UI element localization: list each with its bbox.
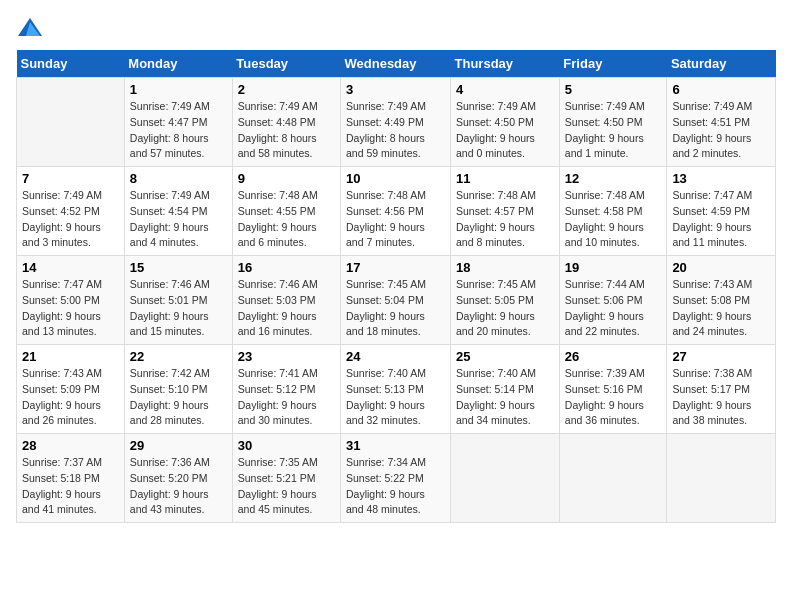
logo — [16, 16, 48, 40]
day-cell: 16Sunrise: 7:46 AMSunset: 5:03 PMDayligh… — [232, 256, 340, 345]
day-cell: 29Sunrise: 7:36 AMSunset: 5:20 PMDayligh… — [124, 434, 232, 523]
day-info: Sunrise: 7:49 AMSunset: 4:50 PMDaylight:… — [565, 99, 662, 162]
day-info: Sunrise: 7:49 AMSunset: 4:50 PMDaylight:… — [456, 99, 554, 162]
day-cell: 13Sunrise: 7:47 AMSunset: 4:59 PMDayligh… — [667, 167, 776, 256]
day-number: 7 — [22, 171, 119, 186]
day-number: 11 — [456, 171, 554, 186]
col-header-monday: Monday — [124, 50, 232, 78]
day-info: Sunrise: 7:46 AMSunset: 5:01 PMDaylight:… — [130, 277, 227, 340]
day-number: 31 — [346, 438, 445, 453]
week-row-3: 14Sunrise: 7:47 AMSunset: 5:00 PMDayligh… — [17, 256, 776, 345]
day-info: Sunrise: 7:48 AMSunset: 4:56 PMDaylight:… — [346, 188, 445, 251]
day-info: Sunrise: 7:43 AMSunset: 5:08 PMDaylight:… — [672, 277, 770, 340]
day-info: Sunrise: 7:46 AMSunset: 5:03 PMDaylight:… — [238, 277, 335, 340]
day-info: Sunrise: 7:34 AMSunset: 5:22 PMDaylight:… — [346, 455, 445, 518]
day-number: 12 — [565, 171, 662, 186]
day-cell — [559, 434, 667, 523]
col-header-tuesday: Tuesday — [232, 50, 340, 78]
day-info: Sunrise: 7:48 AMSunset: 4:58 PMDaylight:… — [565, 188, 662, 251]
day-cell: 17Sunrise: 7:45 AMSunset: 5:04 PMDayligh… — [341, 256, 451, 345]
day-number: 13 — [672, 171, 770, 186]
day-info: Sunrise: 7:41 AMSunset: 5:12 PMDaylight:… — [238, 366, 335, 429]
day-info: Sunrise: 7:44 AMSunset: 5:06 PMDaylight:… — [565, 277, 662, 340]
day-cell: 23Sunrise: 7:41 AMSunset: 5:12 PMDayligh… — [232, 345, 340, 434]
day-info: Sunrise: 7:36 AMSunset: 5:20 PMDaylight:… — [130, 455, 227, 518]
day-info: Sunrise: 7:47 AMSunset: 5:00 PMDaylight:… — [22, 277, 119, 340]
day-number: 19 — [565, 260, 662, 275]
day-cell: 28Sunrise: 7:37 AMSunset: 5:18 PMDayligh… — [17, 434, 125, 523]
day-info: Sunrise: 7:49 AMSunset: 4:49 PMDaylight:… — [346, 99, 445, 162]
day-cell: 8Sunrise: 7:49 AMSunset: 4:54 PMDaylight… — [124, 167, 232, 256]
day-number: 9 — [238, 171, 335, 186]
day-cell: 18Sunrise: 7:45 AMSunset: 5:05 PMDayligh… — [451, 256, 560, 345]
day-cell: 10Sunrise: 7:48 AMSunset: 4:56 PMDayligh… — [341, 167, 451, 256]
week-row-4: 21Sunrise: 7:43 AMSunset: 5:09 PMDayligh… — [17, 345, 776, 434]
day-number: 29 — [130, 438, 227, 453]
day-cell: 20Sunrise: 7:43 AMSunset: 5:08 PMDayligh… — [667, 256, 776, 345]
day-number: 4 — [456, 82, 554, 97]
col-header-thursday: Thursday — [451, 50, 560, 78]
day-cell: 9Sunrise: 7:48 AMSunset: 4:55 PMDaylight… — [232, 167, 340, 256]
col-header-friday: Friday — [559, 50, 667, 78]
day-cell — [17, 78, 125, 167]
day-info: Sunrise: 7:48 AMSunset: 4:55 PMDaylight:… — [238, 188, 335, 251]
day-number: 15 — [130, 260, 227, 275]
day-cell: 27Sunrise: 7:38 AMSunset: 5:17 PMDayligh… — [667, 345, 776, 434]
day-info: Sunrise: 7:45 AMSunset: 5:04 PMDaylight:… — [346, 277, 445, 340]
day-cell: 4Sunrise: 7:49 AMSunset: 4:50 PMDaylight… — [451, 78, 560, 167]
day-info: Sunrise: 7:35 AMSunset: 5:21 PMDaylight:… — [238, 455, 335, 518]
col-header-sunday: Sunday — [17, 50, 125, 78]
day-info: Sunrise: 7:45 AMSunset: 5:05 PMDaylight:… — [456, 277, 554, 340]
day-cell: 22Sunrise: 7:42 AMSunset: 5:10 PMDayligh… — [124, 345, 232, 434]
day-number: 24 — [346, 349, 445, 364]
day-info: Sunrise: 7:49 AMSunset: 4:47 PMDaylight:… — [130, 99, 227, 162]
day-cell: 31Sunrise: 7:34 AMSunset: 5:22 PMDayligh… — [341, 434, 451, 523]
day-info: Sunrise: 7:38 AMSunset: 5:17 PMDaylight:… — [672, 366, 770, 429]
week-row-1: 1Sunrise: 7:49 AMSunset: 4:47 PMDaylight… — [17, 78, 776, 167]
day-cell: 25Sunrise: 7:40 AMSunset: 5:14 PMDayligh… — [451, 345, 560, 434]
day-cell: 19Sunrise: 7:44 AMSunset: 5:06 PMDayligh… — [559, 256, 667, 345]
day-info: Sunrise: 7:40 AMSunset: 5:13 PMDaylight:… — [346, 366, 445, 429]
day-info: Sunrise: 7:37 AMSunset: 5:18 PMDaylight:… — [22, 455, 119, 518]
day-cell: 30Sunrise: 7:35 AMSunset: 5:21 PMDayligh… — [232, 434, 340, 523]
day-cell: 5Sunrise: 7:49 AMSunset: 4:50 PMDaylight… — [559, 78, 667, 167]
day-number: 1 — [130, 82, 227, 97]
day-cell: 7Sunrise: 7:49 AMSunset: 4:52 PMDaylight… — [17, 167, 125, 256]
col-header-wednesday: Wednesday — [341, 50, 451, 78]
col-header-saturday: Saturday — [667, 50, 776, 78]
day-number: 20 — [672, 260, 770, 275]
day-number: 30 — [238, 438, 335, 453]
logo-icon — [16, 16, 44, 40]
day-info: Sunrise: 7:47 AMSunset: 4:59 PMDaylight:… — [672, 188, 770, 251]
day-number: 17 — [346, 260, 445, 275]
day-number: 26 — [565, 349, 662, 364]
day-cell: 6Sunrise: 7:49 AMSunset: 4:51 PMDaylight… — [667, 78, 776, 167]
day-number: 25 — [456, 349, 554, 364]
day-cell: 11Sunrise: 7:48 AMSunset: 4:57 PMDayligh… — [451, 167, 560, 256]
day-cell: 26Sunrise: 7:39 AMSunset: 5:16 PMDayligh… — [559, 345, 667, 434]
calendar-table: SundayMondayTuesdayWednesdayThursdayFrid… — [16, 50, 776, 523]
day-cell — [451, 434, 560, 523]
day-number: 5 — [565, 82, 662, 97]
day-cell: 12Sunrise: 7:48 AMSunset: 4:58 PMDayligh… — [559, 167, 667, 256]
day-number: 14 — [22, 260, 119, 275]
day-cell — [667, 434, 776, 523]
week-row-5: 28Sunrise: 7:37 AMSunset: 5:18 PMDayligh… — [17, 434, 776, 523]
day-info: Sunrise: 7:40 AMSunset: 5:14 PMDaylight:… — [456, 366, 554, 429]
day-number: 28 — [22, 438, 119, 453]
day-cell: 15Sunrise: 7:46 AMSunset: 5:01 PMDayligh… — [124, 256, 232, 345]
day-number: 3 — [346, 82, 445, 97]
day-number: 16 — [238, 260, 335, 275]
day-cell: 2Sunrise: 7:49 AMSunset: 4:48 PMDaylight… — [232, 78, 340, 167]
day-info: Sunrise: 7:42 AMSunset: 5:10 PMDaylight:… — [130, 366, 227, 429]
day-info: Sunrise: 7:48 AMSunset: 4:57 PMDaylight:… — [456, 188, 554, 251]
day-info: Sunrise: 7:39 AMSunset: 5:16 PMDaylight:… — [565, 366, 662, 429]
day-cell: 24Sunrise: 7:40 AMSunset: 5:13 PMDayligh… — [341, 345, 451, 434]
day-number: 18 — [456, 260, 554, 275]
day-cell: 3Sunrise: 7:49 AMSunset: 4:49 PMDaylight… — [341, 78, 451, 167]
day-number: 8 — [130, 171, 227, 186]
header — [16, 16, 776, 40]
week-row-2: 7Sunrise: 7:49 AMSunset: 4:52 PMDaylight… — [17, 167, 776, 256]
day-number: 22 — [130, 349, 227, 364]
day-cell: 14Sunrise: 7:47 AMSunset: 5:00 PMDayligh… — [17, 256, 125, 345]
